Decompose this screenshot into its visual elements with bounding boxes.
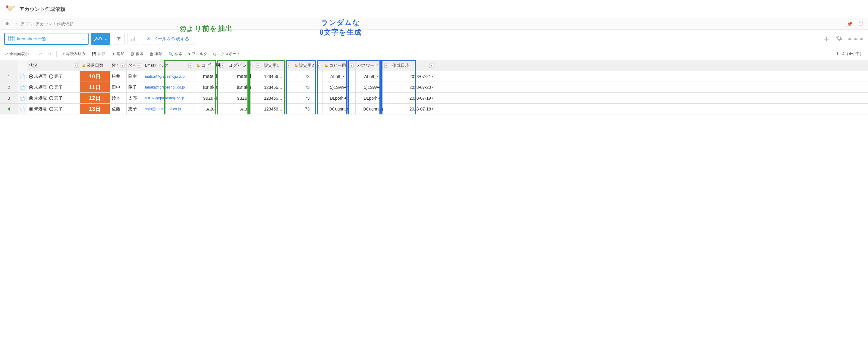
login-cell[interactable]: matsui [226, 71, 262, 81]
filter-icon[interactable]: ▾ [384, 64, 388, 68]
row-menu-icon[interactable]: ▾ [431, 107, 433, 110]
set1-cell[interactable]: 123456… [262, 104, 292, 114]
radio-off-icon[interactable] [49, 85, 53, 90]
set1-cell[interactable]: 123456… [262, 82, 292, 93]
login-cell[interactable]: tanaka [226, 82, 262, 93]
set1-cell[interactable]: 123456… [262, 71, 292, 81]
firstname-cell[interactable]: 隆幸 [127, 71, 143, 81]
detail-icon[interactable]: 📄 [18, 71, 27, 81]
settings-button[interactable] [836, 35, 842, 43]
col-set2[interactable]: 🔒設定用2▾ [292, 60, 322, 71]
pin-icon[interactable]: 📌 [847, 22, 852, 27]
filter-icon[interactable]: ▾ [430, 64, 433, 68]
col-firstname[interactable]: 名*▾ [127, 60, 143, 71]
info-icon[interactable]: ⓘ [859, 21, 863, 27]
graph-button[interactable]: ⌄ [91, 33, 110, 45]
row-menu-icon[interactable]: ▾ [431, 75, 433, 78]
status-cell[interactable]: 未処理完了 [27, 93, 80, 103]
filter-icon[interactable]: ▾ [350, 64, 353, 68]
add-button[interactable]: ＋ [823, 34, 830, 44]
filter-icon[interactable]: ▾ [316, 64, 320, 68]
export-action[interactable]: ⎘エクスポート [212, 50, 242, 58]
reload-action[interactable]: ⟳再読み込み [60, 50, 87, 58]
radio-off-icon[interactable] [49, 107, 53, 111]
col-email[interactable]: Emailアドレス▾ [143, 60, 194, 71]
filter-icon[interactable]: ▾ [137, 64, 141, 68]
row-menu-icon[interactable]: ▾ [431, 96, 433, 100]
undo-action[interactable]: ↶ [37, 50, 44, 58]
create-mail-button[interactable]: ✉ メールを作成する [142, 33, 194, 45]
radio-on-icon[interactable] [29, 107, 33, 111]
lastname-cell[interactable]: 鈴木 [110, 93, 127, 103]
status-cell[interactable]: 未処理完了 [27, 104, 80, 114]
table-row[interactable]: 2📄未処理完了11日田中陽子tanaka@grapeshoji.co.jptan… [0, 82, 868, 93]
created-cell[interactable]: 2018-07-21 ▾ [390, 71, 435, 81]
delete-action[interactable]: 🗑削除 [148, 50, 164, 58]
detail-icon[interactable]: 📄 [18, 82, 27, 93]
filter-button[interactable] [113, 33, 125, 45]
fullscreen-action[interactable]: ⤢全画面表示 [3, 50, 31, 58]
email-cell[interactable]: matsui@grapeshoji.co.jp [143, 71, 194, 81]
col-copy2[interactable]: 🔒コピー用▾ [322, 60, 355, 71]
status-cell[interactable]: 未処理完了 [27, 71, 80, 81]
lastname-cell[interactable]: 田中 [110, 82, 127, 93]
detail-icon[interactable]: 📄 [18, 93, 27, 103]
col-pwd[interactable]: パスワード▾ [355, 60, 390, 71]
breadcrumb-bar: › アプリ: アカウント作成依頼 📌 ⓘ [0, 19, 868, 30]
more-button[interactable]: ● ● ● [848, 36, 864, 42]
created-cell[interactable]: 2018-07-19 ▾ [390, 93, 435, 103]
pwd-cell[interactable]: DLporh-C [355, 93, 390, 103]
login-cell[interactable]: sato [226, 104, 262, 114]
save-action[interactable]: 💾保存 [90, 50, 107, 58]
separator [34, 51, 34, 57]
firstname-cell[interactable]: 太郎 [127, 93, 143, 103]
chart-button[interactable] [127, 33, 139, 45]
search-action[interactable]: 🔍検索 [167, 50, 184, 58]
set1-cell[interactable]: 123456… [262, 93, 292, 103]
duplicate-action[interactable]: 🗐複製 [129, 50, 145, 58]
filter-icon[interactable]: ▾ [121, 64, 124, 68]
pwd-cell[interactable]: ALn8_xr) [355, 71, 390, 81]
pwd-cell[interactable]: OCuqnnpg [355, 104, 390, 114]
status-cell[interactable]: 未処理完了 [27, 82, 80, 93]
radio-off-icon[interactable] [49, 74, 53, 79]
radio-on-icon[interactable] [29, 96, 33, 100]
redo-action[interactable]: ↷ [46, 50, 53, 58]
table-row[interactable]: 4📄未処理完了13日佐藤恵子sato@grapeshoji.co.jpsatos… [0, 104, 868, 114]
email-cell[interactable]: suzuki@grapeshoji.co.jp [143, 93, 194, 103]
filter-icon[interactable]: ▾ [74, 64, 78, 68]
firstname-cell[interactable]: 恵子 [127, 104, 143, 114]
radio-on-icon[interactable] [29, 74, 33, 79]
col-created[interactable]: 作成日時▾ [390, 60, 435, 71]
email-cell[interactable]: tanaka@grapeshoji.co.jp [143, 82, 194, 93]
table-row[interactable]: 3📄未処理完了12日鈴木太郎suzuki@grapeshoji.co.jpsuz… [0, 93, 868, 104]
table-row[interactable]: 1📄未処理完了10日松井隆幸matsui@grapeshoji.co.jpmat… [0, 71, 868, 82]
pwd-cell[interactable]: 5)1Svw+r [355, 82, 390, 93]
copy2-cell: OCuqnnpg [322, 104, 355, 114]
filter-icon[interactable]: ▾ [220, 64, 224, 68]
detail-icon[interactable]: 📄 [18, 104, 27, 114]
radio-on-icon[interactable] [29, 85, 33, 90]
col-status[interactable]: 状況▾ [27, 60, 80, 71]
firstname-cell[interactable]: 陽子 [127, 82, 143, 93]
add-action[interactable]: ＋追加 [110, 50, 126, 58]
col-copy1[interactable]: 🔒コピー用▾ [194, 60, 226, 71]
home-icon[interactable] [5, 21, 10, 27]
created-cell[interactable]: 2018-07-20 ▾ [390, 82, 435, 93]
created-cell[interactable]: 2018-07-18 ▾ [390, 104, 435, 114]
login-cell[interactable]: suzuki [226, 93, 262, 103]
radio-off-icon[interactable] [49, 96, 53, 100]
filter-action[interactable]: ▾フィルタ [187, 50, 209, 58]
col-lastname[interactable]: 姓*▾ [110, 60, 127, 71]
col-days[interactable]: 🔒経過日数 [80, 60, 110, 71]
lastname-cell[interactable]: 佐藤 [110, 104, 127, 114]
col-login[interactable]: ログイン名▾ [226, 60, 262, 71]
email-cell[interactable]: sato@grapeshoji.co.jp [143, 104, 194, 114]
row-menu-icon[interactable]: ▾ [431, 85, 433, 89]
filter-icon[interactable]: ▾ [256, 64, 260, 68]
lastname-cell[interactable]: 松井 [110, 71, 127, 81]
filter-icon[interactable]: ▾ [188, 64, 192, 68]
filter-icon[interactable]: ▾ [286, 64, 290, 68]
col-set1[interactable]: 設定用1▾ [262, 60, 292, 71]
view-select[interactable]: krewsheet一覧 ⌄ [4, 33, 89, 45]
